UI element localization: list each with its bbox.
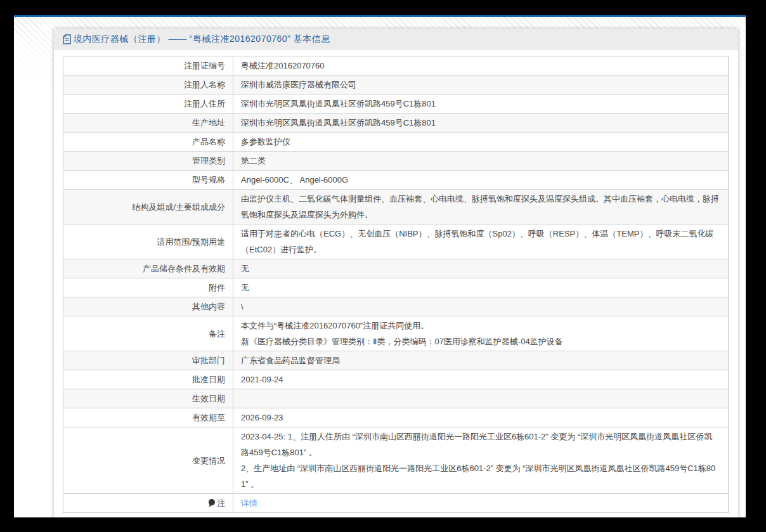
row-label: 适用范围/预期用途	[63, 224, 233, 259]
row-label: 产品名称	[63, 133, 233, 152]
row-value: 深圳市威浩康医疗器械有限公司	[233, 75, 729, 94]
row-value: 深圳市光明区凤凰街道凤凰社区侨凯路459号C1栋801	[233, 94, 729, 114]
row-value: 第二类	[233, 152, 729, 171]
row-label: 有效期至	[63, 408, 233, 427]
table-row: 批准日期2021-09-24	[63, 370, 729, 389]
table-row: 注详情	[63, 494, 729, 513]
detail-link[interactable]: 详情	[241, 498, 257, 508]
row-label: 注册人名称	[63, 75, 233, 94]
row-label: 产品储存条件及有效期	[63, 259, 233, 278]
table-row: 备注本文件与“粤械注准20162070760”注册证共同使用。新《医疗器械分类目…	[63, 316, 729, 351]
row-label-text: 管理类别	[192, 156, 225, 165]
screenshot-frame: 境内医疗器械（注册） —— “粤械注准20162070760” 基本信息 注册证…	[0, 0, 766, 532]
row-label-text: 结构及组成/主要组成成分	[132, 202, 225, 212]
table-row: 型号规格Angel-6000C、 Angel-6000G	[63, 171, 729, 190]
row-value: 适用于对患者的心电（ECG）、无创血压（NIBP）、脉搏氧饱和度（Sp02）、呼…	[233, 224, 729, 259]
row-label: 管理类别	[63, 152, 233, 171]
row-label-text: 注册人名称	[184, 80, 225, 89]
row-label-text: 生产地址	[192, 118, 225, 127]
row-value: 粤械注准20162070760	[233, 56, 729, 75]
row-value-line: 2023-04-25: 1、注册人住所由 “深圳市南山区西丽街道阳光一路阳光工业…	[241, 429, 720, 460]
table-row: 变更情况2023-04-25: 1、注册人住所由 “深圳市南山区西丽街道阳光一路…	[63, 427, 729, 494]
row-label-text: 注册证编号	[184, 61, 225, 70]
row-value: 广东省食品药品监督管理局	[233, 351, 729, 370]
row-label-text: 其他内容	[192, 302, 225, 311]
row-label-text: 产品名称	[192, 137, 225, 146]
row-label: 变更情况	[63, 427, 233, 494]
row-value: 2026-09-23	[233, 408, 729, 427]
document-icon	[63, 34, 71, 44]
card-header: 境内医疗器械（注册） —— “粤械注准20162070760” 基本信息	[54, 29, 738, 50]
row-label: 生产地址	[63, 114, 233, 133]
table-row: 适用范围/预期用途适用于对患者的心电（ECG）、无创血压（NIBP）、脉搏氧饱和…	[63, 224, 729, 259]
row-label-text: 备注	[209, 329, 225, 339]
table-row: 注册人名称深圳市威浩康医疗器械有限公司	[63, 75, 729, 94]
table-row: 管理类别第二类	[63, 152, 729, 171]
row-value-line: 2、生产地址由 “深圳市南山区西丽街道阳光一路阳光工业区6栋601-2” 变更为…	[241, 460, 720, 492]
table-row: 有效期至2026-09-23	[63, 408, 729, 427]
row-label: 批准日期	[63, 370, 233, 389]
row-label-text: 型号规格	[192, 175, 225, 185]
registration-info-table: 注册证编号粤械注准20162070760注册人名称深圳市威浩康医疗器械有限公司注…	[63, 56, 729, 513]
table-row: 审批部门广东省食品药品监督管理局	[63, 351, 729, 370]
row-label: 型号规格	[63, 171, 233, 190]
page-background: 境内医疗器械（注册） —— “粤械注准20162070760” 基本信息 注册证…	[14, 15, 746, 517]
row-label: 审批部门	[63, 351, 233, 370]
row-value-line: 本文件与“粤械注准20162070760”注册证共同使用。	[241, 318, 720, 334]
row-label: 结构及组成/主要组成成分	[63, 190, 233, 224]
row-value: 2023-04-25: 1、注册人住所由 “深圳市南山区西丽街道阳光一路阳光工业…	[233, 427, 729, 494]
row-label: 其他内容	[63, 297, 233, 316]
table-row: 生效日期	[63, 389, 729, 408]
table-row: 附件无	[63, 278, 729, 297]
row-value: 详情	[233, 494, 729, 513]
table-row: 注册人住所深圳市光明区凤凰街道凤凰社区侨凯路459号C1栋801	[63, 94, 729, 114]
row-value: \	[233, 297, 729, 316]
table-row: 生产地址深圳市光明区凤凰街道凤凰社区侨凯路459号C1栋801	[63, 114, 729, 133]
row-label-text: 变更情况	[192, 456, 225, 465]
page-title: 境内医疗器械（注册） —— “粤械注准20162070760” 基本信息	[74, 34, 330, 45]
table-row: 产品名称多参数监护仪	[63, 133, 729, 152]
row-label: 备注	[63, 316, 233, 351]
row-label-text: 附件	[209, 283, 225, 292]
table-row: 其他内容\	[63, 297, 729, 316]
row-label: 附件	[63, 278, 233, 297]
row-label-text: 批准日期	[192, 375, 225, 384]
row-label-text: 审批部门	[192, 356, 225, 365]
row-label-text: 注册人住所	[184, 99, 225, 108]
row-value: 深圳市光明区凤凰街道凤凰社区侨凯路459号C1栋801	[233, 114, 729, 133]
row-label: 注册人住所	[63, 94, 233, 114]
row-label-text: 生效日期	[192, 394, 225, 403]
row-value: Angel-6000C、 Angel-6000G	[233, 171, 729, 190]
row-value: 由监护仪主机、二氧化碳气体测量组件、血压袖套、心电电缆、脉搏氧饱和度探头及温度探…	[233, 190, 729, 224]
row-value	[233, 389, 729, 408]
row-value: 无	[233, 278, 729, 297]
row-label-text: 注	[217, 498, 225, 508]
row-label-text: 产品储存条件及有效期	[143, 264, 225, 273]
table-row: 结构及组成/主要组成成分由监护仪主机、二氧化碳气体测量组件、血压袖套、心电电缆、…	[63, 190, 729, 224]
row-value: 本文件与“粤械注准20162070760”注册证共同使用。新《医疗器械分类目录》…	[233, 316, 729, 351]
row-label: 注	[63, 494, 233, 513]
row-value: 2021-09-24	[233, 370, 729, 389]
row-label: 生效日期	[63, 389, 233, 408]
row-label-text: 有效期至	[192, 413, 225, 422]
row-value: 多参数监护仪	[233, 133, 729, 152]
comment-balloon-icon	[208, 499, 216, 507]
table-row: 注册证编号粤械注准20162070760	[63, 56, 729, 75]
row-label-text: 适用范围/预期用途	[157, 237, 225, 247]
info-card: 境内医疗器械（注册） —— “粤械注准20162070760” 基本信息 注册证…	[54, 29, 738, 517]
row-value: 无	[233, 259, 729, 278]
row-value-line: 新《医疗器械分类目录》管理类别：Ⅱ类，分类编码：07医用诊察和监护器械-04监护…	[241, 334, 720, 349]
table-row: 产品储存条件及有效期无	[63, 259, 729, 278]
row-label: 注册证编号	[63, 56, 233, 75]
